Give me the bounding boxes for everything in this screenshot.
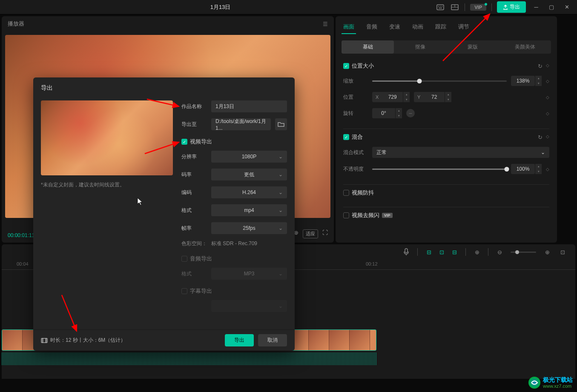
format-label: 格式 (181, 207, 207, 214)
snap1-icon[interactable]: ⊟ (425, 248, 433, 256)
rotate-keyframe[interactable]: ◇ (546, 111, 549, 116)
snap3-icon[interactable]: ⊟ (450, 248, 459, 256)
dialog-thumbnail (41, 100, 173, 175)
reset-icon[interactable]: ↻ (538, 63, 543, 69)
vip-badge[interactable]: VIP (470, 4, 486, 11)
colorspace-value: 标准 SDR - Rec.709 (211, 240, 257, 247)
bitrate-select[interactable]: 更低 (211, 169, 287, 180)
player-header: 播放器 ☰ (2, 16, 334, 31)
blend-mode-label: 混合模式 (343, 149, 368, 156)
video-export-checkbox[interactable] (181, 139, 187, 145)
blend-checkbox[interactable] (343, 134, 349, 140)
rotate-dial[interactable]: ─ (406, 109, 415, 117)
subtitle-format-select (211, 300, 287, 312)
layout-icon[interactable] (450, 3, 459, 12)
path-input[interactable]: D:/tools/桌面/work/1月1... (211, 118, 271, 130)
codec-label: 编码 (181, 189, 207, 196)
resolution-select[interactable]: 1080P (211, 151, 287, 163)
fps-label: 帧率 (181, 225, 207, 232)
tab-audio[interactable]: 音频 (365, 20, 379, 34)
codec-select[interactable]: H.264 (211, 186, 287, 198)
scale-value[interactable]: 138% (511, 76, 535, 86)
tab-speed[interactable]: 变速 (388, 20, 402, 34)
blend-keyframe-icon[interactable]: ◇ (546, 134, 549, 140)
opacity-keyframe[interactable]: ◇ (546, 167, 549, 172)
position-size-checkbox[interactable] (343, 63, 349, 69)
subtitle-export-checkbox[interactable] (181, 288, 187, 294)
blend-reset-icon[interactable]: ↻ (538, 134, 543, 140)
name-label: 作品名称 (181, 103, 207, 110)
svg-rect-0 (437, 5, 444, 10)
position-x-input[interactable]: X729 ▴▾ (372, 92, 410, 102)
dialog-title: 导出 (33, 77, 295, 99)
fullscreen-icon[interactable]: ⛶ (322, 229, 328, 238)
player-title: 播放器 (8, 20, 24, 28)
adapt-button[interactable]: 适应 (303, 229, 318, 238)
export-button[interactable]: 导出 (497, 1, 526, 13)
keyboard-icon[interactable] (436, 3, 445, 12)
tab-tracking[interactable]: 跟踪 (433, 20, 448, 34)
audio-export-checkbox[interactable] (181, 256, 187, 262)
minimize-button[interactable]: ─ (531, 2, 541, 12)
dialog-cancel-button[interactable]: 取消 (258, 334, 287, 346)
topbar: 1月13日 VIP 导出 ─ ▢ ✕ (0, 0, 577, 14)
link-icon[interactable]: ⊕ (473, 248, 481, 256)
folder-button[interactable] (275, 118, 287, 130)
svg-rect-10 (42, 338, 43, 343)
fit-icon[interactable]: ⊡ (558, 248, 567, 256)
watermark-url: www.xz7.com (543, 383, 573, 389)
svg-rect-4 (439, 8, 442, 9)
audio-export-section: 音频导出 (181, 255, 287, 263)
rotate-input[interactable]: 0° ▴▾ (372, 108, 402, 118)
subtab-mask[interactable]: 蒙版 (446, 40, 499, 54)
audio-track[interactable] (2, 352, 376, 365)
fps-select[interactable]: 25fps (211, 222, 287, 234)
subtab-basic[interactable]: 基础 (342, 40, 394, 54)
tab-adjust[interactable]: 调节 (456, 20, 471, 34)
tab-visual[interactable]: 画面 (342, 20, 356, 34)
audio-export-label: 音频导出 (190, 255, 212, 263)
stabilize-checkbox[interactable] (343, 190, 349, 196)
scale-slider[interactable] (372, 80, 507, 82)
zoom-in-icon[interactable]: ⊕ (543, 248, 551, 256)
scale-down[interactable]: ▾ (535, 81, 542, 86)
opacity-label: 不透明度 (343, 166, 368, 173)
tab-animation[interactable]: 动画 (411, 20, 425, 34)
deflicker-checkbox[interactable] (343, 212, 349, 218)
menu-icon[interactable]: ☰ (323, 21, 328, 27)
export-button-label: 导出 (510, 3, 520, 11)
scale-keyframe[interactable]: ◇ (546, 79, 549, 83)
deflicker-label: 视频去频闪 (352, 212, 379, 219)
mic-icon[interactable] (402, 248, 411, 256)
name-input[interactable]: 1月13日 (211, 100, 287, 112)
format-select[interactable]: mp4 (211, 204, 287, 216)
property-tabs: 画面 音频 变速 动画 跟踪 调节 (336, 16, 557, 34)
dialog-export-button[interactable]: 导出 (225, 334, 254, 346)
blend-mode-select[interactable]: 正常⌄ (372, 147, 549, 158)
watermark-title: 极光下载站 (543, 377, 573, 383)
video-export-section: 视频导出 (181, 138, 287, 146)
scale-up[interactable]: ▴ (535, 76, 542, 81)
subtab-beauty[interactable]: 美颜美体 (499, 40, 551, 54)
keyframe-icon[interactable]: ◇ (546, 63, 549, 69)
svg-rect-2 (440, 6, 441, 7)
opacity-slider[interactable] (372, 169, 507, 170)
maximize-button[interactable]: ▢ (546, 2, 557, 12)
opacity-value[interactable]: 100% (511, 164, 535, 174)
zoom-slider[interactable] (511, 252, 536, 253)
audio-format-label: 格式 (181, 270, 207, 278)
stabilize-section: 视频防抖 (336, 185, 557, 207)
subtab-cutout[interactable]: 抠像 (394, 40, 446, 54)
subtitle-export-label: 字幕导出 (190, 287, 212, 295)
zoom-out-icon[interactable]: ⊖ (495, 248, 504, 256)
position-keyframe[interactable]: ◇ (546, 95, 549, 100)
properties-panel: 画面 音频 变速 动画 跟踪 调节 基础 抠像 蒙版 美颜美体 位置大小 ↻ ◇ (336, 16, 557, 243)
rotate-label: 旋转 (343, 110, 368, 117)
position-size-section: 位置大小 ↻ ◇ 缩放 138% ▴▾ ◇ 位置 (336, 58, 557, 129)
position-y-input[interactable]: Y72 ▴▾ (414, 92, 451, 102)
close-button[interactable]: ✕ (562, 2, 572, 12)
ruler-mark: 00:12 (366, 261, 378, 266)
vip-small-badge: VIP (382, 213, 393, 218)
snap2-icon[interactable]: ⊡ (437, 248, 446, 256)
export-dialog: 导出 *未自定义封面，建议去时间线设置。 作品名称 1月13日 导出至 D:/t… (33, 77, 295, 351)
